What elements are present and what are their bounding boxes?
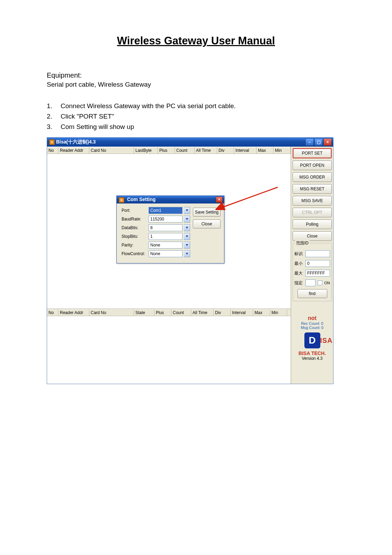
col-div[interactable]: Div	[217, 147, 234, 154]
databits-label: DataBits:	[122, 225, 147, 230]
svg-marker-4	[186, 244, 188, 246]
sidebar-close-button[interactable]: Close	[293, 231, 332, 241]
main-pane: No Reader Addr Card No LastByte Plus Cou…	[47, 147, 291, 384]
app-icon: b	[49, 139, 55, 145]
step-text: Connect Wireless Gateway with the PC via…	[61, 102, 236, 110]
col-alltime[interactable]: All Time	[191, 309, 214, 316]
minimize-button[interactable]: –	[305, 138, 314, 146]
stopbits-label: StopBits:	[122, 234, 147, 239]
msg-reset-button[interactable]: MSG RESET	[293, 184, 332, 194]
titlebar: b Bisa(十六进制)4.3 – ▢ ×	[47, 138, 333, 147]
col-count[interactable]: Count	[171, 309, 191, 316]
find-button[interactable]: find	[297, 289, 327, 298]
port-label: Port:	[122, 208, 147, 213]
col-min[interactable]: Min	[274, 147, 291, 154]
col-reader-addr[interactable]: Reader Addr	[59, 147, 89, 154]
col-plus[interactable]: Plus	[154, 309, 171, 316]
range-title: 范围ID	[295, 240, 310, 246]
range-min-input[interactable]: 0	[305, 260, 330, 267]
on-label: ON	[324, 281, 330, 285]
col-lastbyte[interactable]: LastByte	[134, 147, 158, 154]
logo-icon: DISA	[302, 332, 323, 349]
step-text: Com Setting will show up	[61, 123, 134, 131]
on-checkbox[interactable]	[318, 280, 322, 285]
arrow-icon	[215, 186, 281, 210]
grid-body-bottom	[47, 316, 291, 384]
status-box: not Rec Count: 0 Msg Count: 0 DISA BISA …	[293, 315, 332, 361]
col-no[interactable]: No	[47, 309, 59, 316]
grid-header-bottom: No Reader Addr Card No State Plus Count …	[47, 309, 291, 316]
msg-save-button[interactable]: MSG SAVE	[293, 196, 332, 206]
dropdown-icon[interactable]	[184, 216, 190, 223]
range-max-label: 最大	[294, 270, 303, 276]
svg-line-7	[222, 187, 278, 207]
grid-header-top: No Reader Addr Card No LastByte Plus Cou…	[47, 147, 291, 154]
range-id-group: 范围ID 标识 最小 0 最大 FFFFFFF 指定	[293, 243, 332, 301]
step-number: 3.	[47, 123, 54, 131]
flowcontrol-select[interactable]: None	[149, 250, 182, 257]
col-max[interactable]: Max	[257, 147, 274, 154]
port-set-button[interactable]: PORT SET	[293, 148, 332, 158]
range-tag-label: 标识	[294, 251, 303, 257]
dropdown-icon[interactable]	[184, 224, 190, 231]
port-open-button[interactable]: PORT OPEN	[293, 161, 332, 170]
step-number: 2.	[47, 113, 54, 120]
dropdown-icon[interactable]	[184, 242, 190, 249]
brand-text: BISA TECH.	[293, 350, 332, 356]
stopbits-select[interactable]: 1	[149, 233, 182, 240]
step-number: 1.	[47, 102, 54, 110]
svg-marker-1	[186, 218, 188, 220]
range-spec-input[interactable]	[305, 279, 315, 286]
titlebar-text: Bisa(十六进制)4.3	[56, 139, 96, 145]
baudrate-select[interactable]: 115200	[149, 216, 182, 223]
col-no[interactable]: No	[47, 147, 59, 154]
svg-marker-3	[186, 235, 188, 237]
col-interval[interactable]: Interval	[231, 309, 253, 316]
col-max[interactable]: Max	[253, 309, 270, 316]
rec-count: Rec Count: 0	[293, 321, 332, 326]
svg-marker-5	[186, 253, 188, 255]
range-max-input[interactable]: FFFFFFF	[305, 270, 330, 277]
col-interval[interactable]: Interval	[234, 147, 257, 154]
col-card-no[interactable]: Card No	[89, 147, 134, 154]
svg-marker-0	[186, 209, 188, 211]
page-title: Wireless Gateway User Manual	[47, 35, 345, 47]
msg-order-button[interactable]: MSG ORDER	[293, 172, 332, 182]
flowcontrol-label: FlowControl:	[122, 251, 147, 256]
maximize-button[interactable]: ▢	[314, 138, 323, 146]
version-text: Version 4.3	[293, 356, 332, 361]
col-count[interactable]: Count	[175, 147, 195, 154]
ctrl-opt-button[interactable]: CTRL OPT	[293, 208, 332, 217]
grid-body-top: b Com Setting × Port: Com1	[47, 154, 291, 309]
close-button[interactable]: ×	[323, 138, 332, 146]
equipment-label: Equipment:	[47, 71, 345, 79]
app-window: b Bisa(十六进制)4.3 – ▢ × No Reader Addr Car…	[47, 137, 333, 384]
databits-select[interactable]: 8	[149, 224, 182, 231]
com-close-button[interactable]: Close	[193, 219, 221, 228]
dropdown-icon[interactable]	[184, 233, 190, 240]
col-div[interactable]: Div	[214, 309, 231, 316]
msg-count: Msg Count: 0	[293, 326, 332, 330]
step-text: Click "PORT SET"	[61, 113, 114, 120]
parity-select[interactable]: None	[149, 242, 182, 249]
sidebar: PORT SET PORT OPEN MSG ORDER MSG RESET M…	[291, 147, 333, 384]
col-min[interactable]: Min	[270, 309, 287, 316]
col-card-no[interactable]: Card No	[89, 309, 134, 316]
col-plus[interactable]: Plus	[158, 147, 175, 154]
svg-marker-2	[186, 227, 188, 229]
range-spec-label: 指定	[294, 280, 303, 286]
dialog-title: Com Setting	[127, 197, 155, 202]
com-setting-dialog: b Com Setting × Port: Com1	[116, 196, 224, 263]
range-tag-input[interactable]	[305, 250, 330, 257]
col-state[interactable]: State	[134, 309, 154, 316]
dialog-icon: b	[119, 197, 124, 203]
steps-list: 1.Connect Wireless Gateway with the PC v…	[47, 102, 345, 131]
col-reader-addr[interactable]: Reader Addr	[59, 309, 89, 316]
dropdown-icon[interactable]	[184, 207, 190, 214]
port-select[interactable]: Com1	[149, 207, 182, 214]
not-label: not	[293, 315, 332, 321]
equipment-text: Serial port cable, Wireless Gateway	[47, 81, 345, 88]
col-alltime[interactable]: All Time	[195, 147, 217, 154]
dropdown-icon[interactable]	[184, 250, 190, 257]
polling-button[interactable]: Polling	[293, 219, 332, 229]
